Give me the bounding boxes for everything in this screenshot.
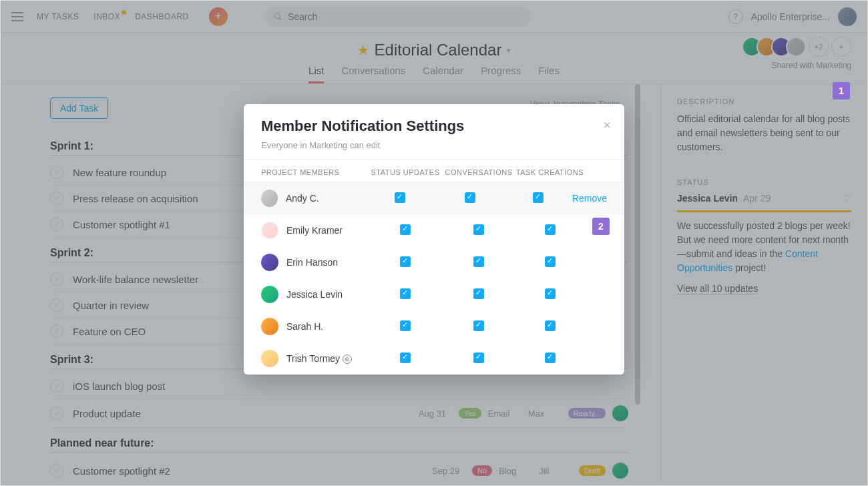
member-avatar — [261, 318, 278, 335]
member-name: Andy C. — [286, 193, 364, 204]
checkbox-status[interactable] — [400, 256, 411, 267]
col-members: PROJECT MEMBERS — [261, 168, 368, 176]
checkbox-status[interactable] — [400, 288, 411, 299]
close-icon[interactable]: × — [603, 117, 611, 133]
checkbox-conversations[interactable] — [473, 320, 484, 331]
checkbox-task-creations[interactable] — [533, 192, 544, 203]
checkbox-task-creations[interactable] — [545, 352, 556, 363]
member-avatar — [261, 222, 278, 239]
member-name: Erin Hanson — [286, 257, 368, 268]
member-name: Trish Tormey⊕ — [286, 353, 368, 364]
guest-icon: ⊕ — [343, 354, 352, 364]
dialog-column-headers: PROJECT MEMBERS STATUS UPDATES CONVERSAT… — [244, 160, 624, 182]
checkbox-status[interactable] — [400, 320, 411, 331]
member-avatar — [261, 350, 278, 367]
col-task-creations: TASK CREATIONS — [515, 168, 585, 176]
callout-2: 2 — [592, 218, 610, 235]
checkbox-task-creations[interactable] — [545, 288, 556, 299]
member-row: Erin Hanson — [244, 246, 624, 278]
checkbox-task-creations[interactable] — [545, 320, 556, 331]
col-status: STATUS UPDATES — [368, 168, 443, 176]
member-row: Sarah H. — [244, 310, 624, 342]
member-notification-dialog: Member Notification Settings Everyone in… — [244, 104, 624, 375]
checkbox-conversations[interactable] — [473, 288, 484, 299]
checkbox-task-creations[interactable] — [545, 224, 556, 235]
col-conversations: CONVERSATIONS — [443, 168, 515, 176]
checkbox-conversations[interactable] — [473, 224, 484, 235]
member-name: Jessica Levin — [286, 289, 368, 300]
callout-1: 1 — [833, 82, 850, 99]
member-avatar — [261, 190, 278, 207]
checkbox-task-creations[interactable] — [545, 256, 556, 267]
remove-link[interactable]: Remove — [572, 193, 607, 204]
member-row: Andy C.Remove — [244, 182, 624, 214]
checkbox-status[interactable] — [395, 192, 405, 203]
checkbox-conversations[interactable] — [465, 192, 475, 203]
checkbox-status[interactable] — [400, 224, 411, 235]
checkbox-status[interactable] — [400, 352, 411, 363]
modal-overlay[interactable]: Member Notification Settings Everyone in… — [1, 1, 867, 485]
dialog-subtitle: Everyone in Marketing can edit — [261, 140, 607, 150]
member-avatar — [261, 254, 278, 271]
checkbox-conversations[interactable] — [473, 256, 484, 267]
member-name: Emily Kramer — [286, 225, 368, 236]
member-name: Sarah H. — [286, 321, 368, 332]
member-row: Jessica Levin — [244, 278, 624, 310]
checkbox-conversations[interactable] — [473, 352, 484, 363]
member-avatar — [261, 286, 278, 303]
member-row: Emily Kramer — [244, 214, 624, 246]
dialog-title: Member Notification Settings — [261, 117, 607, 135]
member-row: Trish Tormey⊕ — [244, 342, 624, 375]
